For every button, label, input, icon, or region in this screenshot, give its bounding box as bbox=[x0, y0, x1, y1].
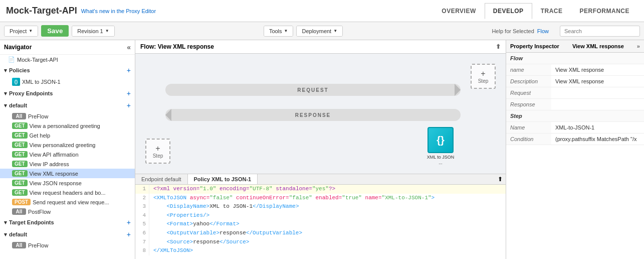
prop-step-name-key: Name bbox=[506, 122, 551, 134]
target-endpoints-section[interactable]: ▾ Target Endpoints + bbox=[0, 216, 135, 228]
app-title-area: Mock-Target-API What's new in the Proxy … bbox=[6, 6, 156, 16]
right-panel: Property Inspector View XML response » F… bbox=[506, 40, 644, 259]
tools-button[interactable]: Tools ▼ bbox=[264, 26, 293, 36]
navigator-title: Navigator bbox=[4, 44, 32, 51]
target-endpoints-label: Target Endpoints bbox=[9, 219, 54, 225]
top-header: Mock-Target-API What's new in the Proxy … bbox=[0, 0, 644, 22]
code-text-7: <Source>response</Source> bbox=[153, 238, 249, 247]
code-line-2: 2 <XMLToJSON async="false" continueOnErr… bbox=[135, 194, 506, 203]
tab-develop[interactable]: DEVELOP bbox=[485, 3, 532, 19]
deployment-button[interactable]: Deployment ▼ bbox=[297, 26, 342, 36]
badge-get-ip: GET bbox=[12, 161, 28, 167]
add-target-endpoint-btn[interactable]: + bbox=[127, 218, 131, 226]
nav-xml-to-json[interactable]: {} XML to JSON-1 bbox=[0, 76, 135, 87]
whats-new-link[interactable]: What's new in the Proxy Editor bbox=[81, 8, 156, 14]
prop-step-name-row: Name XML-to-JSON-1 bbox=[506, 122, 644, 134]
request-label: REQUEST bbox=[297, 87, 328, 93]
add-proxy-endpoint-btn[interactable]: + bbox=[127, 89, 131, 97]
expand-flow-btn[interactable]: ⬆ bbox=[496, 43, 501, 50]
add-target-default-flow-btn[interactable]: + bbox=[127, 230, 131, 238]
target-default-section[interactable]: ▾ default + bbox=[0, 228, 135, 240]
revision-dropdown[interactable]: Revision 1 ▼ bbox=[72, 26, 114, 37]
main-layout: Navigator « 📄 Mock-Target-API ▾ Policies… bbox=[0, 40, 644, 259]
prop-request-value[interactable] bbox=[551, 87, 644, 99]
tools-dropdown[interactable]: Tools ▼ bbox=[264, 26, 294, 37]
save-button[interactable]: Save bbox=[41, 25, 69, 37]
prop-description-key: Description bbox=[506, 76, 551, 87]
tab-performance[interactable]: PERFORMANCE bbox=[571, 3, 638, 19]
project-button[interactable]: Project ▼ bbox=[5, 26, 38, 36]
badge-all-target-preflow: All bbox=[12, 242, 26, 248]
nav-view-request-headers[interactable]: GET View request headers and bo... bbox=[0, 188, 135, 197]
policies-section[interactable]: ▾ Policies + bbox=[0, 64, 135, 76]
nav-target-preflow[interactable]: All PreFlow bbox=[0, 240, 135, 250]
policy-label: XML to JSON-1 bbox=[22, 79, 61, 85]
add-proxy-default-flow-btn[interactable]: + bbox=[127, 101, 131, 109]
prop-name-row: name View XML response bbox=[506, 64, 644, 76]
nav-view-xml[interactable]: GET View XML response bbox=[0, 169, 135, 178]
code-line-8: 8 </XMLToJSON> bbox=[135, 246, 506, 255]
policy-icon-text: {} bbox=[437, 135, 445, 146]
project-dropdown[interactable]: Project ▼ bbox=[4, 26, 38, 37]
property-inspector-title: Property Inspector bbox=[510, 43, 559, 49]
line-num-2: 2 bbox=[135, 194, 149, 203]
search-input[interactable] bbox=[560, 26, 640, 37]
proxy-endpoints-chevron: ▾ bbox=[4, 90, 7, 97]
target-endpoints-chevron: ▾ bbox=[4, 219, 7, 226]
code-text-2: <XMLToJSON async="false" continueOnError… bbox=[153, 194, 435, 203]
add-policy-btn[interactable]: + bbox=[127, 66, 131, 74]
code-panel: Endpoint default Policy XML to JSON-1 ⬆ … bbox=[135, 174, 506, 259]
badge-get-greeting: GET bbox=[12, 122, 28, 129]
prop-description-value[interactable]: View XML response bbox=[551, 76, 644, 87]
code-text-8: </XMLToJSON> bbox=[153, 246, 193, 255]
nav-send-request[interactable]: POST Send request and view reque... bbox=[0, 197, 135, 207]
add-step-btn-bottom[interactable]: + Step bbox=[145, 139, 170, 164]
code-expand-btn[interactable]: ⬆ bbox=[495, 174, 506, 184]
property-table: Flow name View XML response Description … bbox=[506, 53, 644, 145]
expand-property-inspector-btn[interactable]: » bbox=[637, 43, 640, 49]
revision-button[interactable]: Revision 1 ▼ bbox=[72, 26, 114, 36]
step-section-header: Step bbox=[506, 110, 644, 122]
collapse-navigator-btn[interactable]: « bbox=[127, 43, 131, 51]
prop-step-name-value[interactable]: XML-to-JSON-1 bbox=[551, 122, 644, 134]
nav-get-help[interactable]: GET Get help bbox=[0, 131, 135, 140]
code-line-1: 1 <?xml version="1.0" encoding="UTF-8" s… bbox=[135, 185, 506, 194]
code-line-4: 4 <Properties/> bbox=[135, 211, 506, 220]
prop-condition-value[interactable]: (proxy.pathsuffix MatchesPath "/x bbox=[551, 134, 644, 145]
proxy-default-chevron: ▾ bbox=[4, 102, 7, 109]
nav-api-root[interactable]: 📄 Mock-Target-API bbox=[0, 55, 135, 64]
api-name-label: Mock-Target-API bbox=[17, 57, 58, 63]
nav-view-affirmation[interactable]: GET View API affirmation bbox=[0, 150, 135, 159]
prop-response-value[interactable] bbox=[551, 99, 644, 110]
tab-endpoint-default[interactable]: Endpoint default bbox=[135, 174, 188, 184]
nav-view-json[interactable]: GET View JSON response bbox=[0, 178, 135, 188]
tab-overview[interactable]: OVERVIEW bbox=[433, 3, 484, 19]
proxy-endpoints-label: Proxy Endpoints bbox=[9, 90, 53, 96]
flow-link[interactable]: Flow bbox=[537, 28, 549, 34]
nav-view-greeting[interactable]: GET View a personalized greeting bbox=[0, 121, 135, 131]
prop-request-row: Request bbox=[506, 87, 644, 99]
tab-policy-xml-to-json[interactable]: Policy XML to JSON-1 bbox=[188, 174, 258, 184]
badge-get-affirmation: GET bbox=[12, 151, 28, 158]
nav-preflow[interactable]: All PreFlow bbox=[0, 111, 135, 121]
step-label-top: Step bbox=[478, 78, 489, 84]
project-caret: ▼ bbox=[29, 29, 33, 33]
target-default-label: default bbox=[9, 231, 27, 237]
flow-canvas: + Step REQUEST RESPONSE + Step bbox=[135, 54, 506, 174]
proxy-endpoints-section[interactable]: ▾ Proxy Endpoints + bbox=[0, 87, 135, 99]
app-title: Mock-Target-API bbox=[6, 6, 77, 16]
code-text-5: <Format>yahoo</Format> bbox=[153, 220, 240, 229]
tab-trace[interactable]: TRACE bbox=[532, 3, 571, 19]
prop-name-value[interactable]: View XML response bbox=[551, 64, 644, 76]
proxy-default-section[interactable]: ▾ default + bbox=[0, 99, 135, 111]
response-lane: RESPONSE bbox=[165, 109, 461, 121]
nav-view-personalized-greeting[interactable]: GET View personalized greeting bbox=[0, 140, 135, 150]
badge-get-personalized: GET bbox=[12, 142, 28, 148]
deployment-dropdown[interactable]: Deployment ▼ bbox=[296, 26, 343, 37]
badge-post-send: POST bbox=[12, 199, 31, 205]
nav-view-ip[interactable]: GET View IP address bbox=[0, 159, 135, 169]
xml-to-json-policy-block[interactable]: {} XML to JSON ... bbox=[425, 127, 456, 166]
nav-postflow[interactable]: All PostFlow bbox=[0, 207, 135, 216]
prop-response-key: Response bbox=[506, 99, 551, 110]
add-step-btn-top[interactable]: + Step bbox=[471, 64, 496, 89]
